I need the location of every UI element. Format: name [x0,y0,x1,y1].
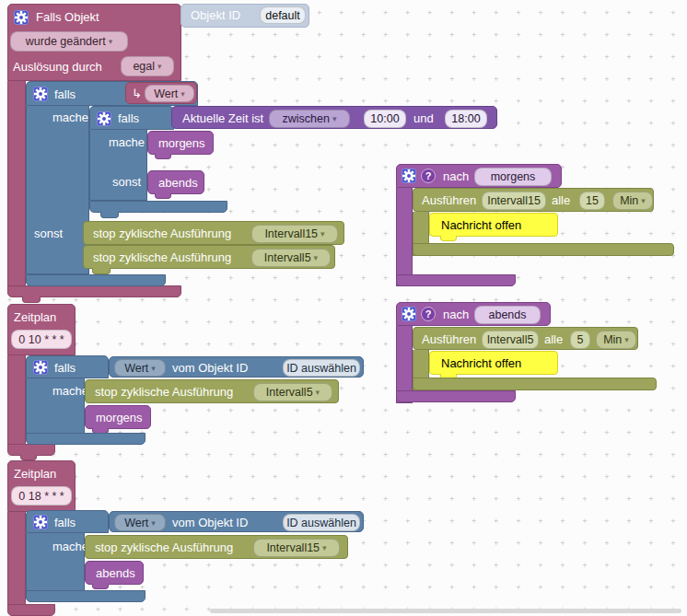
proc-morgens-spine[interactable] [396,188,413,286]
z1-falls-bottom[interactable] [26,433,146,445]
horizontal-scrollbar[interactable] [210,609,681,613]
object-id-block[interactable]: Objekt ID default [180,4,309,28]
trigger-block-spine[interactable] [7,81,26,286]
cron-value: 0 10 * * * [18,333,64,346]
time-to-value: 18:00 [451,112,480,125]
question-icon[interactable]: ? [421,169,436,183]
exec-every-field[interactable]: 5 [570,331,590,349]
cron-field[interactable]: 0 10 * * * [11,330,72,349]
z2-falls-header[interactable]: falls [26,510,109,533]
connector-tab [22,296,41,303]
wert-dropdown[interactable]: Wert ▾ [145,85,194,102]
time-from-field[interactable]: 10:00 [364,110,406,128]
connector-tab [155,193,171,199]
stop-interval-dropdown[interactable]: Intervall15 ▾ [253,539,340,557]
time-condition-block[interactable]: Aktuelle Zeit ist zwischen ▾ 10:00 und 1… [171,106,497,129]
question-icon[interactable]: ? [421,307,436,321]
exec-interval5-header[interactable]: Ausführen Intervall5 alle 5 Min ▾ [413,327,638,350]
time-to-field[interactable]: 18:00 [445,110,487,128]
object-id-picker[interactable]: ID auswählen [283,514,360,531]
stop-interval-value: Intervall5 [266,386,313,399]
gear-icon[interactable] [97,111,111,126]
und-label: und [413,107,434,130]
exec-every-field[interactable]: 15 [579,192,605,210]
time-mode-dropdown[interactable]: zwischen ▾ [269,110,350,128]
exec-unit-dropdown[interactable]: Min ▾ [596,331,636,349]
stop-interval5-block[interactable]: stop zyklische Ausführung Intervall5 ▾ [83,245,335,269]
exec-interval15-bottom[interactable] [413,243,674,256]
call-morgens-block[interactable]: morgens [85,405,151,429]
proc-morgens-bottom[interactable] [396,274,516,286]
zeitplan1-spine[interactable] [7,355,26,445]
z2-value-block[interactable]: Wert ▾ vom Objekt ID ID auswählen [109,511,364,532]
connector-tab [92,268,111,274]
chevron-down-icon: ▾ [332,114,337,123]
z2-falls-bottom[interactable] [26,590,146,602]
change-mode-dropdown[interactable]: wurde geändert ▾ [10,31,128,52]
call-morgens-block[interactable]: morgens [147,131,214,155]
exec-interval15-header[interactable]: Ausführen Intervall15 alle 15 Min ▾ [413,188,654,212]
inner-falls-header[interactable]: falls [89,106,174,130]
zeitplan2-spine[interactable] [7,512,26,605]
stop-interval15-block[interactable]: stop zyklische Ausführung Intervall15 ▾ [83,221,344,245]
comment-block[interactable]: Nachricht offen [429,213,558,237]
exec-interval-field[interactable]: Intervall5 [482,331,539,349]
trigger-value-block[interactable]: ↳ Wert ▾ [125,82,197,104]
trigger-by-value: egal [133,60,155,73]
gear-icon[interactable] [402,307,416,321]
object-id-picker[interactable]: ID auswählen [283,359,360,377]
connector-tab [155,154,171,159]
falls-label: falls [54,82,76,107]
z2-stop-block[interactable]: stop zyklische Ausführung Intervall15 ▾ [85,535,348,559]
outer-falls-spine[interactable] [26,106,89,274]
gear-icon[interactable] [33,360,48,375]
exec-interval-field[interactable]: Intervall15 [482,192,546,210]
z1-value-block[interactable]: Wert ▾ vom Objekt ID ID auswählen [109,356,364,378]
falls-label: falls [54,511,76,534]
exec-every-value: 15 [586,194,599,207]
cron-field[interactable]: 0 18 * * * [11,486,72,506]
wert-value: Wert [124,362,148,375]
zeitplan1-body[interactable]: Zeitplan 0 10 * * * [7,304,76,355]
object-id-field[interactable]: default [260,6,306,24]
object-id-value: default [265,9,300,22]
gear-icon[interactable] [33,515,48,529]
stop-interval-value: Intervall15 [264,227,318,240]
proc-name-field[interactable]: morgens [474,168,552,186]
stop-interval-dropdown[interactable]: Intervall5 ▾ [253,383,332,401]
trigger-by-dropdown[interactable]: egal ▾ [121,56,174,76]
mache-label: mache [52,379,88,403]
object-id-label: Objekt ID [191,5,240,27]
comment-text: Nachricht offen [441,214,521,237]
stop-interval-dropdown[interactable]: Intervall15 ▾ [251,225,338,243]
exec-interval-value: Intervall5 [487,333,534,346]
zeitplan2-bottom[interactable] [7,604,55,616]
proc-name-field[interactable]: abends [474,306,541,324]
chevron-down-icon: ▾ [314,253,319,262]
wert-dropdown[interactable]: Wert ▾ [114,359,166,377]
z1-stop-block[interactable]: stop zyklische Ausführung Intervall5 ▾ [85,379,339,403]
zeitplan2-body[interactable]: Zeitplan 0 18 * * * [7,460,76,512]
stop-interval-value: Intervall15 [266,541,320,554]
call-abends-block[interactable]: abends [85,561,144,585]
z1-falls-header[interactable]: falls [26,355,109,378]
stop-interval-dropdown[interactable]: Intervall5 ▾ [251,249,331,267]
outer-falls-bottom[interactable] [26,274,166,286]
gear-icon[interactable] [14,10,29,25]
wert-dropdown[interactable]: Wert ▾ [114,514,166,531]
vom-objekt-id-label: vom Objekt ID [172,357,248,378]
trigger-title: Falls Objekt [36,5,99,29]
proc-abends-header[interactable]: ? nach abends [396,302,551,326]
exec-interval5-bottom[interactable] [413,378,657,390]
trigger-block-body[interactable]: Falls Objekt wurde geändert ▾ Auslösung … [7,4,181,81]
ausfuehren-label: Ausführen [422,189,476,213]
stop-label: stop zyklische Ausführung [95,536,233,560]
chevron-down-icon: ▾ [624,335,629,344]
gear-icon[interactable] [33,87,48,101]
gear-icon[interactable] [402,169,416,183]
proc-abends-bottom[interactable] [396,390,516,402]
call-abends-block[interactable]: abends [147,170,204,194]
proc-morgens-header[interactable]: ? nach morgens [396,164,562,188]
exec-unit-dropdown[interactable]: Min ▾ [612,192,653,210]
comment-block[interactable]: Nachricht offen [429,351,558,375]
